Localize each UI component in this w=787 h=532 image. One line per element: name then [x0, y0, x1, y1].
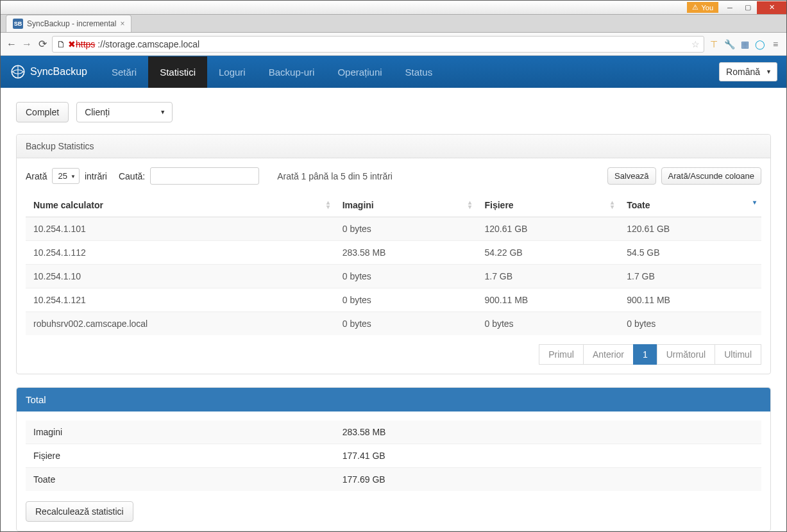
page-1[interactable]: 1 [633, 344, 657, 365]
total-value: 177.41 GB [335, 444, 761, 468]
total-value: 283.58 MB [335, 420, 761, 444]
col-images[interactable]: Imagini▴▾ [335, 194, 477, 217]
brand-text: SyncBackup [30, 66, 87, 78]
table-controls: Arată 25 intrări Caută: Arată 1 până la … [26, 167, 761, 185]
cell-name: 10.254.1.112 [26, 241, 335, 265]
cell-total: 1.7 GB [619, 265, 761, 288]
cell-name: 10.254.1.101 [26, 217, 335, 241]
cell-files: 1.7 GB [477, 265, 619, 288]
col-total[interactable]: Toate▾ [619, 194, 761, 217]
cell-total: 120.61 GB [619, 217, 761, 241]
warning-icon: ⚠ [692, 3, 698, 12]
entries-label: intrări [85, 171, 107, 181]
page-size-select[interactable]: 25 [52, 168, 79, 184]
nav-operatiuni[interactable]: Operațiuni [326, 56, 393, 88]
total-label: Fișiere [26, 444, 335, 468]
cell-images: 0 bytes [335, 265, 477, 288]
stats-panel: Backup Statistics Arată 25 intrări Caută… [16, 134, 771, 374]
nav-status[interactable]: Status [394, 56, 444, 88]
total-title: Total [17, 388, 770, 411]
complete-button[interactable]: Complet [16, 102, 69, 122]
minimize-button[interactable]: ─ [721, 1, 739, 14]
tab-close-icon[interactable]: × [120, 19, 124, 28]
total-row: Toate177.69 GB [26, 468, 761, 492]
cell-files: 54.22 GB [477, 241, 619, 265]
page-last[interactable]: Ultimul [715, 344, 761, 365]
cell-images: 0 bytes [335, 288, 477, 312]
menu-icon[interactable]: ≡ [770, 38, 781, 50]
tab-title: SyncBackup - incremental [27, 19, 116, 28]
total-table: Imagini283.58 MBFișiere177.41 GBToate177… [26, 420, 761, 491]
sort-icon: ▴▾ [611, 200, 614, 209]
cell-files: 120.61 GB [477, 217, 619, 241]
table-header-row: Nume calculator▴▾ Imagini▴▾ Fișiere▴▾ To… [26, 194, 761, 217]
save-button[interactable]: Salvează [607, 167, 656, 185]
cell-name: 10.254.1.10 [26, 265, 335, 288]
cell-total: 0 bytes [619, 312, 761, 336]
nav-statistici[interactable]: Statistici [148, 56, 207, 88]
search-input[interactable] [150, 167, 259, 185]
close-button[interactable]: ✕ [757, 1, 786, 14]
globe-sync-icon [10, 63, 26, 80]
table-row: 10.254.1.112283.58 MB54.22 GB54.5 GB [26, 241, 761, 265]
browser-tab[interactable]: SB SyncBackup - incremental × [6, 15, 131, 32]
page-first[interactable]: Primul [539, 344, 584, 365]
cell-files: 900.11 MB [477, 288, 619, 312]
col-files[interactable]: Fișiere▴▾ [477, 194, 619, 217]
browser-tabstrip: SB SyncBackup - incremental × [1, 15, 786, 33]
total-row: Imagini283.58 MB [26, 420, 761, 444]
cell-name: 10.254.1.121 [26, 288, 335, 312]
reload-icon[interactable]: ⟳ [37, 38, 48, 50]
page-insecure-icon: 🗋 [56, 39, 65, 49]
total-row: Fișiere177.41 GB [26, 444, 761, 468]
page-prev[interactable]: Anterior [583, 344, 634, 365]
os-titlebar: ⚠ You ─ ▢ ✕ [1, 1, 786, 15]
recalc-button[interactable]: Recalculează statistici [26, 501, 133, 522]
cell-name: robuhsrv002.camscape.local [26, 312, 335, 336]
info-text: Arată 1 până la 5 din 5 intrări [277, 171, 393, 181]
page-next[interactable]: Următorul [657, 344, 715, 365]
search-label: Caută: [119, 171, 145, 181]
bookmark-star-icon[interactable]: ☆ [691, 39, 700, 49]
ext-icon-1[interactable]: ⊤ [708, 38, 720, 50]
table-row: robuhsrv002.camscape.local0 bytes0 bytes… [26, 312, 761, 336]
browser-address-bar: ← → ⟳ 🗋 ✖https ://storage.camscape.local… [1, 33, 786, 56]
total-panel: Total Imagini283.58 MBFișiere177.41 GBTo… [16, 387, 771, 531]
total-label: Toate [26, 468, 335, 492]
sort-desc-icon: ▾ [753, 200, 756, 204]
browser-window: ⚠ You ─ ▢ ✕ SB SyncBackup - incremental … [0, 0, 787, 532]
table-row: 10.254.1.1210 bytes900.11 MB900.11 MB [26, 288, 761, 312]
maximize-button[interactable]: ▢ [739, 1, 757, 14]
panel-title: Backup Statistics [17, 135, 770, 158]
brand-logo[interactable]: SyncBackup [10, 63, 87, 80]
app-navbar: SyncBackup Setări Statistici Loguri Back… [1, 56, 786, 88]
nav-backupuri[interactable]: Backup-uri [257, 56, 326, 88]
panel-body: Arată 25 intrări Caută: Arată 1 până la … [17, 158, 770, 374]
nav-setari[interactable]: Setări [100, 56, 148, 88]
cell-files: 0 bytes [477, 312, 619, 336]
forward-icon[interactable]: → [21, 38, 33, 50]
https-crossed: ✖https [68, 39, 95, 49]
pagination: Primul Anterior 1 Următorul Ultimul [26, 344, 761, 365]
back-icon[interactable]: ← [6, 38, 17, 50]
ext-icon-3[interactable]: ▦ [739, 38, 750, 50]
url-text: ://storage.camscape.local [97, 39, 199, 49]
total-body: Imagini283.58 MBFișiere177.41 GBToate177… [17, 411, 770, 531]
ext-icon-4[interactable]: ◯ [754, 38, 766, 50]
url-input[interactable]: 🗋 ✖https ://storage.camscape.local ☆ [52, 36, 704, 53]
favicon-icon: SB [13, 19, 23, 29]
table-row: 10.254.1.1010 bytes120.61 GB120.61 GB [26, 217, 761, 241]
filter-select[interactable]: Clienți [76, 102, 173, 122]
page-content: Complet Clienți Backup Statistics Arată … [1, 88, 786, 531]
ext-icon-2[interactable]: 🔧 [724, 38, 735, 50]
cell-images: 0 bytes [335, 217, 477, 241]
user-badge[interactable]: ⚠ You [687, 2, 718, 13]
total-value: 177.69 GB [335, 468, 761, 492]
user-label: You [701, 4, 713, 12]
nav-loguri[interactable]: Loguri [207, 56, 257, 88]
col-name[interactable]: Nume calculator▴▾ [26, 194, 335, 217]
show-label: Arată [26, 171, 47, 181]
cell-total: 900.11 MB [619, 288, 761, 312]
columns-button[interactable]: Arată/Ascunde coloane [661, 167, 761, 185]
language-select[interactable]: Română [719, 62, 777, 81]
